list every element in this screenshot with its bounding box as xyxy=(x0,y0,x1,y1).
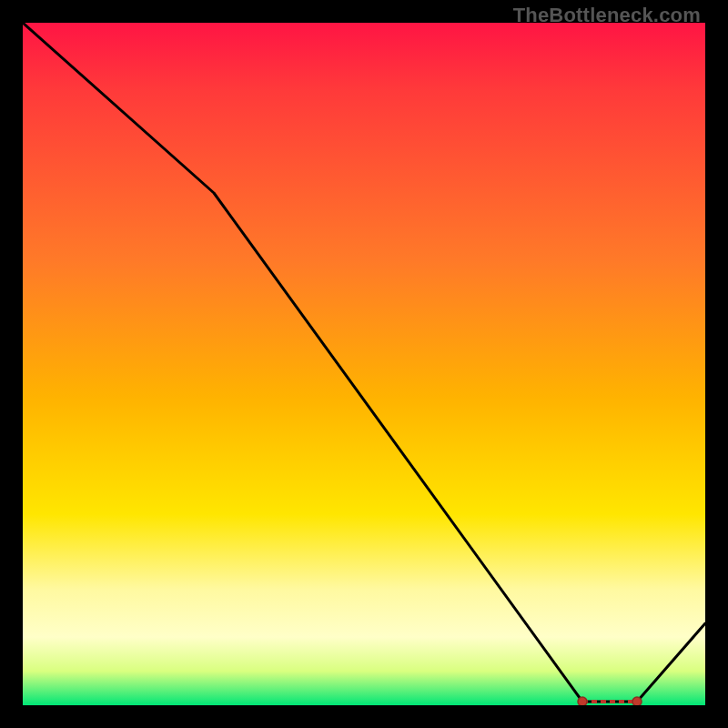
chart-line xyxy=(23,23,705,702)
chart-svg xyxy=(23,23,705,705)
flat-segment-left-dot xyxy=(578,697,587,705)
watermark-text: TheBottleneck.com xyxy=(513,4,701,27)
flat-segment-marker xyxy=(578,697,642,705)
chart-area xyxy=(23,23,705,705)
flat-segment-right-dot xyxy=(632,697,642,705)
